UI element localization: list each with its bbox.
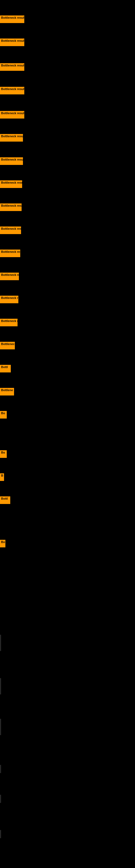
bottleneck-badge-19[interactable]: B: [0, 473, 4, 481]
bottleneck-badge-10[interactable]: Bottleneck resu: [0, 250, 20, 257]
bottleneck-badge-9[interactable]: Bottleneck resu: [0, 226, 21, 234]
bottleneck-badge-11[interactable]: Bottleneck re: [0, 273, 19, 280]
bottleneck-badge-12[interactable]: Bottleneck resu: [0, 296, 18, 303]
bottleneck-badge-5[interactable]: Bottleneck resu: [0, 134, 23, 142]
bottleneck-badge-2[interactable]: Bottleneck result: [0, 63, 24, 71]
bottleneck-badge-20[interactable]: Bottl: [0, 496, 10, 504]
bottleneck-badge-21[interactable]: Bo: [0, 540, 5, 547]
bottleneck-badge-13[interactable]: Bottleneck re: [0, 319, 17, 326]
bottleneck-badge-4[interactable]: Bottleneck result: [0, 111, 24, 119]
bottleneck-badge-6[interactable]: Bottleneck result: [0, 157, 23, 165]
bottleneck-badge-0[interactable]: Bottleneck result: [0, 16, 24, 23]
bottleneck-badge-3[interactable]: Bottleneck result: [0, 87, 24, 94]
bottleneck-badge-15[interactable]: Bottl: [0, 365, 11, 372]
bottleneck-badge-17[interactable]: Bo: [0, 411, 7, 418]
bottleneck-badge-8[interactable]: Bottleneck resu: [0, 204, 21, 211]
bottleneck-badge-16[interactable]: Bottlene: [0, 388, 14, 396]
bottleneck-badge-7[interactable]: Bottleneck resu: [0, 180, 22, 188]
bottleneck-badge-14[interactable]: Bottlenec: [0, 342, 15, 349]
bottleneck-badge-1[interactable]: Bottleneck result: [0, 38, 24, 46]
bottleneck-badge-18[interactable]: Bo: [0, 450, 7, 458]
